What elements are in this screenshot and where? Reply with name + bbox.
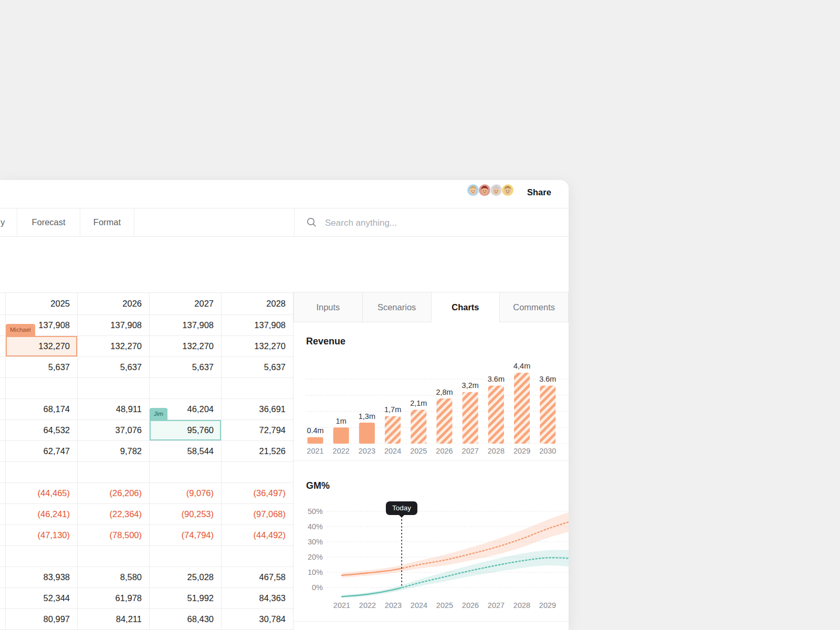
menu-item-forecast[interactable]: Forecast — [17, 208, 80, 236]
cell[interactable]: 25,028 — [150, 567, 222, 587]
tab-charts[interactable]: Charts — [431, 292, 500, 322]
cell[interactable] — [0, 609, 6, 629]
cell[interactable]: (36,497) — [222, 483, 293, 503]
cell[interactable] — [0, 588, 6, 608]
cell[interactable] — [78, 378, 150, 398]
cell[interactable]: 132,270 — [150, 336, 222, 356]
cell[interactable] — [150, 462, 222, 482]
cell[interactable]: 5,637 — [78, 357, 150, 377]
cell[interactable]: 5,637 — [150, 357, 222, 377]
cell[interactable]: 62,747 — [6, 441, 78, 461]
table-row: (44,465)(26,206)(9,076)(36,497) — [0, 483, 294, 504]
cell[interactable] — [222, 546, 293, 566]
cell[interactable]: (97,068) — [222, 504, 293, 524]
cell[interactable]: 137,908 — [78, 315, 150, 335]
cell[interactable]: 48,911 — [78, 399, 150, 419]
cell[interactable]: 5,637 — [6, 357, 78, 377]
x-axis-label: 2025 — [436, 601, 453, 610]
cell[interactable] — [0, 504, 6, 524]
cell[interactable]: 84,211 — [78, 609, 150, 629]
cell[interactable] — [0, 462, 6, 482]
cell[interactable]: (47,130) — [6, 525, 78, 545]
cell[interactable]: (90,253) — [150, 504, 222, 524]
cell[interactable]: (44,492) — [222, 525, 293, 545]
bar-value-label: 4,4m — [513, 362, 530, 370]
cell[interactable]: 132,270 — [78, 336, 150, 356]
cell[interactable]: 52,344 — [6, 588, 78, 608]
cell[interactable]: 80,997 — [6, 609, 78, 629]
cell[interactable]: (46,241) — [6, 504, 78, 524]
cell[interactable] — [0, 483, 6, 503]
cell[interactable]: (9,076) — [150, 483, 222, 503]
cell[interactable] — [0, 441, 6, 461]
cell[interactable]: 68,174 — [6, 399, 78, 419]
cell[interactable] — [6, 378, 78, 398]
cell[interactable]: (44,465) — [6, 483, 78, 503]
cell[interactable]: 72,794 — [222, 420, 293, 440]
table-row: (47,130)(78,500)(74,794)(44,492) — [0, 525, 294, 546]
cell[interactable]: 58,544 — [150, 441, 222, 461]
cell[interactable] — [222, 462, 293, 482]
menu-bar: y Forecast Format — [0, 208, 569, 237]
avatar-group[interactable] — [467, 184, 515, 196]
cell[interactable]: (74,794) — [150, 525, 222, 545]
search-bar[interactable] — [294, 208, 569, 236]
search-input[interactable] — [324, 212, 557, 234]
tab-inputs[interactable]: Inputs — [293, 292, 362, 322]
cell[interactable] — [6, 546, 78, 566]
cell[interactable]: Jim95,760 — [150, 420, 222, 440]
cell[interactable]: Michael132,270 — [6, 336, 78, 356]
cell[interactable] — [0, 420, 6, 440]
tab-comments[interactable]: Comments — [499, 292, 569, 322]
cell[interactable] — [0, 378, 6, 398]
cell[interactable]: 137,908 — [150, 315, 222, 335]
cell[interactable]: 83,938 — [6, 567, 78, 587]
cell[interactable] — [0, 567, 6, 587]
cell[interactable] — [0, 336, 6, 356]
cell[interactable] — [0, 546, 6, 566]
cell[interactable]: 21,526 — [222, 441, 293, 461]
cell[interactable]: 30,784 — [222, 609, 293, 629]
menu-item-format[interactable]: Format — [80, 208, 134, 236]
cell[interactable]: (22,364) — [78, 504, 150, 524]
cell[interactable] — [0, 525, 6, 545]
cell[interactable]: 61,978 — [78, 588, 150, 608]
cell[interactable]: (26,206) — [78, 483, 150, 503]
cell[interactable]: 68,430 — [150, 609, 222, 629]
cell[interactable]: 137,908 — [222, 315, 293, 335]
cell[interactable] — [78, 462, 150, 482]
cell[interactable]: 5,637 — [222, 357, 293, 377]
cell[interactable] — [0, 315, 6, 335]
cell[interactable]: 84,363 — [222, 588, 293, 608]
tab-scenarios[interactable]: Scenarios — [362, 292, 431, 322]
avatar[interactable] — [501, 184, 515, 197]
cell[interactable]: (78,500) — [78, 525, 150, 545]
cell[interactable]: 36,691 — [222, 399, 293, 419]
x-axis-label: 2024 — [384, 447, 401, 455]
today-pointer — [399, 515, 404, 518]
table-row: Michael132,270132,270132,270132,270 — [0, 336, 294, 357]
cell[interactable]: 64,532 — [6, 420, 78, 440]
cell[interactable]: 132,270 — [222, 336, 293, 356]
header-cell: 2027 — [150, 293, 222, 314]
header-cell: 2026 — [78, 293, 150, 314]
cell[interactable] — [0, 357, 6, 377]
cell[interactable]: 51,992 — [150, 588, 222, 608]
y-axis-label: 0% — [312, 583, 323, 592]
x-axis-label: 2021 — [333, 601, 350, 610]
cell[interactable]: 9,782 — [78, 441, 150, 461]
share-button[interactable]: Share — [527, 187, 551, 197]
cell[interactable] — [222, 378, 293, 398]
cell[interactable] — [78, 546, 150, 566]
table-row: 68,17448,91146,20436,691 — [0, 399, 294, 420]
cell[interactable] — [150, 546, 222, 566]
cell[interactable] — [6, 462, 78, 482]
cell[interactable]: 8,580 — [78, 567, 150, 587]
cell[interactable] — [150, 378, 222, 398]
cell[interactable] — [0, 399, 6, 419]
bar-2024 — [385, 416, 401, 444]
menu-item-partial[interactable]: y — [0, 208, 17, 236]
cell[interactable]: 467,58 — [222, 567, 293, 587]
bar-2025 — [411, 410, 426, 444]
cell[interactable]: 37,076 — [78, 420, 150, 440]
